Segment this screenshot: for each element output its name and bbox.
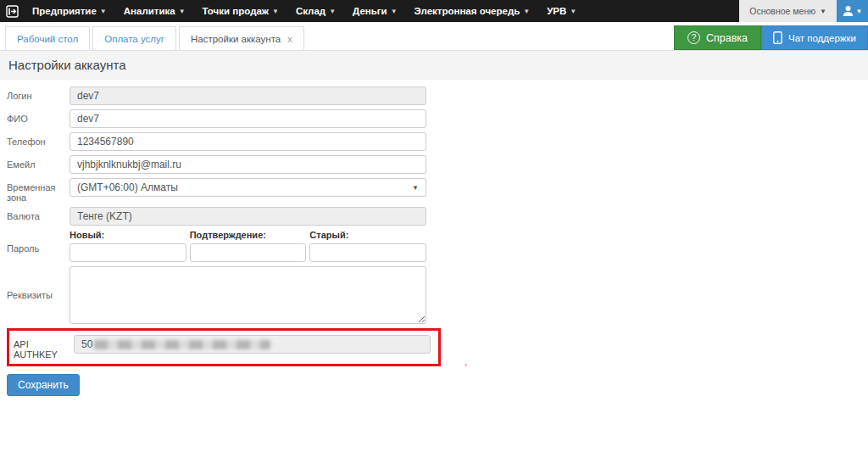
phone-icon <box>773 31 782 44</box>
save-button[interactable]: Сохранить <box>7 374 80 396</box>
chevron-down-icon: ▼ <box>391 8 398 15</box>
chevron-down-icon: ▼ <box>856 8 863 15</box>
nav-item-label: Аналитика <box>124 6 175 16</box>
nav-item-label: Деньги <box>353 6 387 16</box>
password-new-label: Новый: <box>70 230 186 240</box>
nav-item-money[interactable]: Деньги▼ <box>344 0 406 22</box>
navbar-right: Основное меню ▼ ▼ <box>739 0 868 22</box>
phone-label: Телефон <box>7 132 70 151</box>
password-confirm-label: Подтверждение: <box>190 230 307 240</box>
currency-label: Валюта <box>7 207 70 226</box>
form-row-requisites: Реквизиты <box>7 266 861 324</box>
email-field[interactable] <box>70 155 426 174</box>
form-row-fio: ФИО <box>7 109 861 128</box>
api-authkey-label: API AUTHKEY <box>14 335 74 360</box>
timezone-select[interactable]: (GMT+06:00) Алматы ▼ <box>70 178 426 197</box>
page-title: Настройки аккаунта <box>0 51 868 80</box>
tab-label: Настройки аккаунта <box>191 34 281 44</box>
nav-item-enterprise[interactable]: Предприятие▼ <box>24 0 115 22</box>
nav-item-warehouse[interactable]: Склад▼ <box>287 0 344 22</box>
tab-label: Рабочий стол <box>17 34 78 44</box>
form-row-email: Емейл <box>7 155 861 174</box>
top-navbar: Предприятие▼ Аналитика▼ Точки продаж▼ Ск… <box>0 0 868 22</box>
login-label: Логин <box>7 86 70 105</box>
form-row-currency: Валюта Тенге (KZT) <box>7 207 861 226</box>
fio-field[interactable] <box>70 109 426 128</box>
password-old-label: Старый: <box>309 230 426 240</box>
nav-item-label: Точки продаж <box>203 6 269 16</box>
account-settings-form: Логин dev7 ФИО Телефон Емейл Временная з… <box>0 80 868 403</box>
form-row-password: Пароль Новый: Подтверждение: Старый: <box>7 230 861 262</box>
chevron-down-icon: ▼ <box>570 8 576 15</box>
tab-strip: Рабочий стол Оплата услуг Настройки акка… <box>0 22 868 51</box>
nav-item-label: Электронная очередь <box>415 6 520 16</box>
chevron-down-icon: ▼ <box>100 8 107 15</box>
password-label: Пароль <box>7 230 70 262</box>
form-row-phone: Телефон <box>7 132 861 151</box>
currency-field: Тенге (KZT) <box>70 207 426 226</box>
redacted-blur <box>94 340 270 349</box>
nav-item-pos[interactable]: Точки продаж▼ <box>194 0 287 22</box>
chevron-down-icon: ▼ <box>179 8 186 15</box>
chevron-down-icon: ▼ <box>523 8 530 15</box>
chevron-down-icon: ▼ <box>820 8 826 15</box>
timezone-selected-value: (GMT+06:00) Алматы <box>77 181 178 193</box>
user-icon <box>843 5 854 17</box>
api-authkey-field: 50 <box>74 335 431 354</box>
strip-actions: ? Справка Чат поддержки <box>674 25 868 50</box>
password-new-col: Новый: <box>70 230 186 262</box>
user-menu-button[interactable]: ▼ <box>837 0 868 22</box>
password-confirm-col: Подтверждение: <box>190 230 307 262</box>
password-old-field[interactable] <box>309 243 426 262</box>
chat-button-label: Чат поддержки <box>788 33 856 43</box>
form-row-login: Логин dev7 <box>7 86 861 105</box>
tab-payment-services[interactable]: Оплата услуг <box>92 26 176 50</box>
api-authkey-highlight-box: API AUTHKEY 50 <box>7 328 441 366</box>
nav-item-urv[interactable]: УРВ▼ <box>538 0 585 22</box>
tab-label: Оплата услуг <box>104 34 164 44</box>
logout-arrow-icon <box>6 5 19 18</box>
main-menu-label: Основное меню <box>749 6 815 16</box>
help-button[interactable]: ? Справка <box>674 25 761 50</box>
nav-item-equeue[interactable]: Электронная очередь▼ <box>406 0 539 22</box>
chevron-down-icon: ▼ <box>329 8 336 15</box>
requisites-textarea[interactable] <box>70 266 426 324</box>
api-authkey-value: 50 <box>81 338 92 350</box>
password-confirm-field[interactable] <box>190 243 307 262</box>
marker-artifact-dot <box>465 364 467 366</box>
fio-label: ФИО <box>7 109 70 128</box>
help-button-label: Справка <box>706 32 748 44</box>
phone-field[interactable] <box>70 132 426 151</box>
timezone-label: Временная зона <box>7 178 70 203</box>
form-row-timezone: Временная зона (GMT+06:00) Алматы ▼ <box>7 178 861 203</box>
sidebar-toggle-icon[interactable] <box>0 0 24 22</box>
nav-item-label: УРВ <box>547 6 566 16</box>
login-field: dev7 <box>70 86 426 105</box>
email-label: Емейл <box>7 155 70 174</box>
tab-desktop[interactable]: Рабочий стол <box>5 26 90 50</box>
nav-item-label: Склад <box>296 6 326 16</box>
nav-item-analytics[interactable]: Аналитика▼ <box>115 0 194 22</box>
password-old-col: Старый: <box>309 230 426 262</box>
chevron-down-icon: ▼ <box>272 8 279 15</box>
main-menu-dropdown[interactable]: Основное меню ▼ <box>739 0 837 22</box>
requisites-label: Реквизиты <box>7 266 70 324</box>
password-new-field[interactable] <box>70 243 186 262</box>
tab-account-settings[interactable]: Настройки аккаунта x <box>179 26 304 50</box>
question-mark-icon: ? <box>687 31 700 44</box>
select-arrow-icon: ▼ <box>412 184 419 192</box>
close-icon[interactable]: x <box>287 34 292 44</box>
nav-item-label: Предприятие <box>32 6 97 16</box>
support-chat-button[interactable]: Чат поддержки <box>761 25 868 50</box>
